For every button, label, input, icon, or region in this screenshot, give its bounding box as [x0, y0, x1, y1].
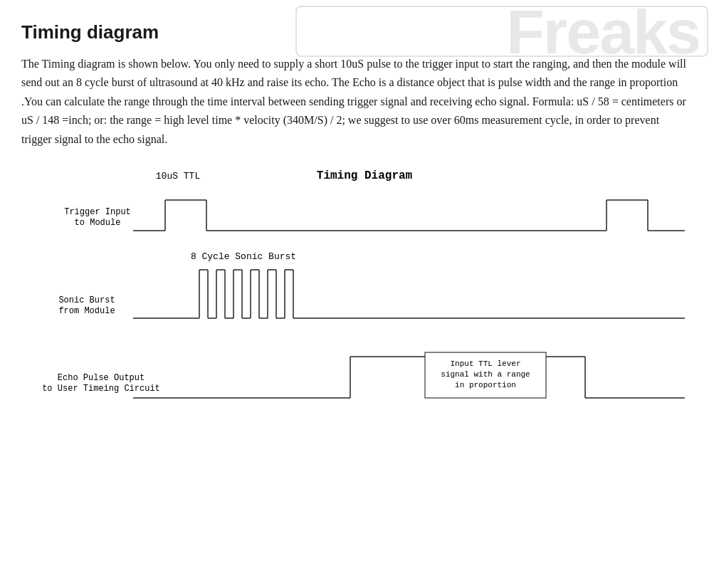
timing-diagram-svg: Timing Diagram 10uS TTL Trigger Input to… [23, 163, 692, 426]
sonic-left-label-1: Sonic Burst [58, 295, 115, 305]
echo-annotation-line1: Input TTL lever [450, 359, 520, 368]
trigger-top-label: 10uS TTL [155, 171, 199, 182]
echo-annotation-line2: signal with a range [441, 370, 530, 379]
description-text: The Timing diagram is shown below. You o… [21, 55, 691, 149]
sonic-top-label: 8 Cycle Sonic Burst [190, 251, 295, 262]
sonic-burst-pulses [199, 270, 293, 318]
timing-diagram-container: Timing Diagram 10uS TTL Trigger Input to… [23, 163, 692, 426]
diagram-title: Timing Diagram [316, 169, 412, 182]
echo-left-label-1: Echo Pulse Output [57, 373, 144, 383]
trigger-left-label-1: Trigger Input [64, 207, 131, 217]
echo-left-label-2: to User Timeing Circuit [42, 384, 160, 394]
sonic-left-label-2: from Module [58, 306, 115, 316]
echo-annotation-line3: in proportion [455, 381, 516, 389]
page-title: Timing diagram [21, 14, 693, 43]
trigger-left-label-2: to Module [74, 218, 120, 228]
page-wrapper: Freaks Timing diagram The Timing diagram… [0, 0, 714, 588]
